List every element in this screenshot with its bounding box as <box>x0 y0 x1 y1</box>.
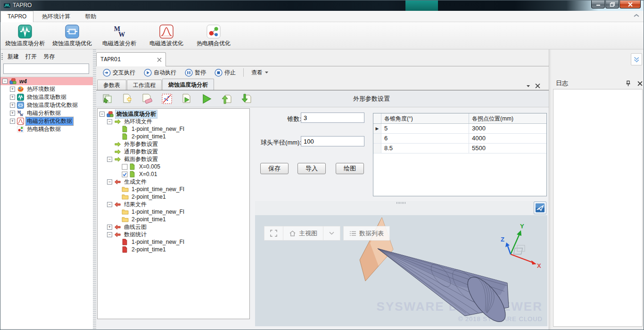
tree-item[interactable]: 2-point_time1 <box>98 133 249 140</box>
tree-item[interactable]: X=0.01 <box>98 170 249 178</box>
tree-item[interactable]: −热环境文件 <box>98 118 249 125</box>
cell-position[interactable]: 3000 <box>469 124 546 133</box>
document-tab-tapro1[interactable]: TAPRO1 <box>96 52 166 66</box>
tree-item[interactable]: 热电耦合数据 <box>0 125 93 133</box>
tree-item[interactable]: +曲线云图 <box>98 223 249 231</box>
view-dropdown-button[interactable] <box>323 226 340 241</box>
pause-button[interactable]: 暂停 <box>182 68 209 78</box>
tree-expander-icon[interactable]: − <box>2 79 8 84</box>
pin-icon[interactable] <box>626 80 631 87</box>
play-icon[interactable] <box>200 92 213 105</box>
log-content[interactable] <box>553 89 643 327</box>
collapse-ribbon-icon[interactable] <box>633 13 640 18</box>
tree-item[interactable]: 1-point_time_new_FI <box>98 125 249 133</box>
ribbon-button-ablation-optimize[interactable]: 烧蚀温度场优化 <box>49 24 96 48</box>
tree-expander-icon[interactable]: + <box>10 95 15 100</box>
tree-item[interactable]: +烧蚀温度场数据 <box>0 93 93 101</box>
show-tabs-button[interactable] <box>631 53 642 65</box>
tree-item[interactable]: 外形参数设置 <box>98 140 249 148</box>
tree-item[interactable]: 2-point_time1 <box>98 246 249 253</box>
tree-item[interactable]: −w4 <box>0 77 93 85</box>
tree-item[interactable]: +烧蚀温度场优化数据 <box>0 101 93 109</box>
view-menu-button[interactable]: 查看 <box>248 68 272 78</box>
import-button[interactable]: 导入 <box>297 163 326 174</box>
tree-expander-icon[interactable]: − <box>107 202 112 207</box>
plot-button[interactable]: 绘图 <box>336 163 364 174</box>
nose-radius-input[interactable] <box>301 136 364 146</box>
menu-item-thermal-env[interactable]: 热环境计算 <box>35 11 77 22</box>
tree-expander-icon[interactable]: − <box>107 232 112 237</box>
tree-item[interactable]: −生成文件 <box>98 178 249 185</box>
open-button[interactable]: 打开 <box>23 52 39 62</box>
tree-item[interactable]: 2-point_time1 <box>98 193 249 201</box>
auto-run-button[interactable]: 自动执行 <box>141 68 179 78</box>
run-doc-icon[interactable] <box>180 92 193 105</box>
table-row[interactable]: 64000 <box>373 134 546 144</box>
tree-item[interactable]: −烧蚀温度场分析 <box>98 110 249 118</box>
tree-expander-icon[interactable]: + <box>10 119 15 124</box>
tab-workflow[interactable]: 工作流程 <box>127 80 162 90</box>
horizontal-splitter[interactable] <box>255 201 547 215</box>
save-button[interactable]: 保存 <box>260 163 289 174</box>
cell-angle[interactable]: 5 <box>381 124 469 133</box>
splitter-handle[interactable] <box>396 202 406 204</box>
add-doc-icon[interactable] <box>121 92 134 105</box>
tree-expander-icon[interactable]: + <box>107 225 112 230</box>
project-filter-input[interactable] <box>3 64 89 74</box>
new-button[interactable]: 新建 <box>5 52 21 62</box>
viewer-launch-button[interactable] <box>534 201 546 214</box>
cell-angle[interactable]: 6 <box>381 134 469 143</box>
cell-position[interactable]: 5500 <box>469 144 546 153</box>
table-row[interactable]: 8.55500 <box>373 144 546 153</box>
ribbon-button-thermoelectric-optimize[interactable]: 热电耦合优化 <box>190 24 237 48</box>
tree-item[interactable]: +电磁分析优化数据 <box>0 117 93 125</box>
plot-icon[interactable] <box>160 92 173 105</box>
tree-expander-icon[interactable]: − <box>107 179 112 185</box>
erase-icon[interactable] <box>140 92 154 105</box>
interactive-run-button[interactable]: 交互执行 <box>100 68 138 78</box>
close-button[interactable] <box>619 0 641 8</box>
tree-item[interactable]: +MW电磁分析数据 <box>0 109 93 117</box>
model-viewer[interactable]: X Y Z SYSWARE DATA VIEWER © 2018 SYSWARE… <box>255 215 547 326</box>
tab-close-icon[interactable] <box>535 83 540 89</box>
tree-item[interactable]: 通用参数设置 <box>98 148 249 155</box>
minimize-button[interactable] <box>591 0 605 8</box>
tree-item[interactable]: 2-point_time1 <box>98 216 249 223</box>
tree-expander-icon[interactable]: + <box>10 87 15 92</box>
tree-item[interactable]: −截面参数设置 <box>98 155 249 163</box>
tab-parameter-table[interactable]: 参数表 <box>97 80 126 90</box>
tree-item[interactable]: 1-point_time_new_FI <box>98 185 249 193</box>
menu-item-help[interactable]: 帮助 <box>78 11 103 22</box>
tree-item[interactable]: +热环境数据 <box>0 85 93 93</box>
ribbon-button-ablation-analysis[interactable]: 烧蚀温度场分析 <box>1 24 49 48</box>
download-icon[interactable] <box>239 92 253 105</box>
menu-item-tapro[interactable]: TAPRO <box>0 11 33 22</box>
upload-icon[interactable] <box>220 92 233 105</box>
cone-count-input[interactable] <box>301 113 364 123</box>
tree-item[interactable]: X=0.005 <box>98 163 249 170</box>
import-icon[interactable] <box>101 92 114 105</box>
checkbox-unchecked-icon[interactable] <box>122 164 128 170</box>
tab-close-icon[interactable] <box>157 57 162 62</box>
tree-expander-icon[interactable]: + <box>10 111 15 116</box>
tree-expander-icon[interactable]: − <box>107 119 112 124</box>
tree-item[interactable]: 1-point_time_new_FI <box>98 238 249 246</box>
left-splitter[interactable] <box>93 49 96 330</box>
table-row[interactable]: ▶53000 <box>373 124 546 134</box>
tab-ablation-analysis[interactable]: 烧蚀温度场分析 <box>162 79 214 90</box>
data-list-button[interactable]: 数据列表 <box>343 226 390 241</box>
tree-expander-icon[interactable]: − <box>99 112 105 117</box>
stop-button[interactable]: 停止 <box>212 68 239 78</box>
tree-item[interactable]: −数据统计 <box>98 231 249 238</box>
tree-expander-icon[interactable]: − <box>107 157 112 162</box>
tree-item[interactable]: 1-point_time_new_FI <box>98 208 249 216</box>
toolbar-grip[interactable] <box>1 53 3 61</box>
checkbox-checked-icon[interactable] <box>122 171 128 177</box>
ribbon-button-em-analysis[interactable]: MW 电磁透波分析 <box>96 24 143 48</box>
cell-angle[interactable]: 8.5 <box>381 144 469 153</box>
close-panel-icon[interactable] <box>637 81 643 86</box>
cell-position[interactable]: 4000 <box>469 134 546 143</box>
ribbon-button-em-optimize[interactable]: 电磁透波优化 <box>143 24 190 48</box>
tree-item[interactable]: −结果文件 <box>98 201 249 208</box>
tab-list-icon[interactable] <box>526 85 530 88</box>
